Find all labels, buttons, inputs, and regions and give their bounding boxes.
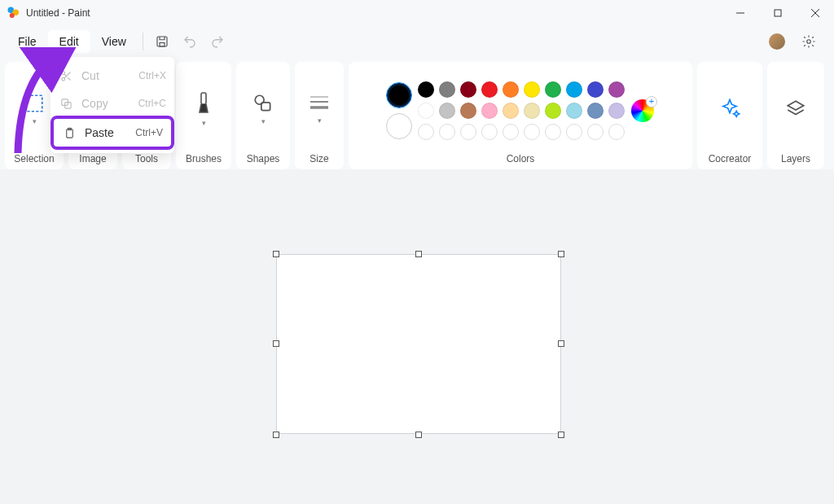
group-selection-label: Selection bbox=[14, 148, 54, 166]
stroke-size-icon bbox=[309, 94, 330, 113]
color-swatch-empty[interactable] bbox=[481, 124, 498, 140]
resize-handle[interactable] bbox=[558, 340, 564, 347]
menu-view[interactable]: View bbox=[90, 30, 138, 53]
color-swatch[interactable] bbox=[418, 103, 434, 119]
svg-point-9 bbox=[807, 40, 811, 44]
color-swatch[interactable] bbox=[418, 81, 434, 98]
color-1[interactable] bbox=[387, 83, 411, 107]
brush-icon bbox=[194, 91, 213, 116]
group-brushes: ▾ Brushes bbox=[176, 62, 231, 169]
group-shapes: ▾ Shapes bbox=[236, 62, 290, 169]
group-cocreator-label: Cocreator bbox=[709, 148, 752, 166]
group-size-label: Size bbox=[309, 148, 328, 166]
canvas[interactable] bbox=[276, 254, 561, 434]
svg-rect-16 bbox=[26, 95, 42, 112]
color-swatch[interactable] bbox=[587, 103, 604, 119]
brush-tool[interactable]: ▾ bbox=[187, 88, 220, 130]
resize-handle[interactable] bbox=[558, 432, 564, 438]
group-layers-label: Layers bbox=[781, 148, 810, 166]
color-swatch-empty[interactable] bbox=[503, 124, 519, 140]
color-swatch[interactable] bbox=[481, 103, 498, 119]
maximize-button[interactable] bbox=[759, 0, 797, 26]
svg-rect-4 bbox=[775, 10, 781, 16]
color-swatch[interactable] bbox=[545, 81, 561, 98]
save-button[interactable] bbox=[148, 28, 176, 55]
menu-divider bbox=[143, 33, 143, 50]
canvas-area bbox=[0, 169, 834, 504]
resize-handle[interactable] bbox=[273, 432, 279, 438]
menu-bar: File Edit View bbox=[0, 26, 834, 57]
undo-icon bbox=[182, 34, 197, 49]
color-swatch-empty[interactable] bbox=[439, 124, 455, 140]
menu-copy[interactable]: Copy Ctrl+C bbox=[50, 90, 174, 117]
resize-handle[interactable] bbox=[415, 432, 422, 438]
color-swatch[interactable] bbox=[566, 81, 582, 98]
save-icon bbox=[155, 34, 169, 49]
shapes-tool[interactable]: ▾ bbox=[246, 90, 280, 129]
chevron-down-icon: ▾ bbox=[202, 119, 206, 127]
menu-paste-label: Paste bbox=[85, 126, 127, 139]
window-title: Untitled - Paint bbox=[26, 7, 90, 19]
cocreator-button[interactable] bbox=[712, 94, 748, 124]
color-swatch[interactable] bbox=[524, 103, 540, 119]
color-swatch-empty[interactable] bbox=[418, 124, 434, 140]
chevron-down-icon: ▾ bbox=[33, 117, 37, 125]
user-avatar[interactable] bbox=[769, 33, 785, 50]
menu-paste-shortcut: Ctrl+V bbox=[135, 127, 163, 138]
color-swatch[interactable] bbox=[460, 103, 476, 119]
color-swatch[interactable] bbox=[481, 81, 498, 98]
color-swatch[interactable] bbox=[608, 103, 625, 119]
group-layers: Layers bbox=[767, 62, 824, 169]
minimize-button[interactable] bbox=[722, 0, 759, 26]
menu-file[interactable]: File bbox=[7, 30, 48, 53]
group-brushes-label: Brushes bbox=[186, 148, 222, 166]
resize-handle[interactable] bbox=[273, 340, 279, 347]
resize-handle[interactable] bbox=[273, 251, 279, 257]
svg-rect-8 bbox=[160, 43, 165, 47]
scissors-icon bbox=[59, 70, 73, 82]
group-cocreator: Cocreator bbox=[697, 62, 762, 169]
resize-handle[interactable] bbox=[558, 251, 564, 257]
menu-cut-shortcut: Ctrl+X bbox=[138, 70, 166, 81]
color-swatch[interactable] bbox=[439, 103, 455, 119]
color-swatch[interactable] bbox=[503, 81, 519, 98]
edit-dropdown: Cut Ctrl+X Copy Ctrl+C Paste Ctrl+V bbox=[50, 57, 174, 153]
color-swatch-empty[interactable] bbox=[587, 124, 604, 140]
color-2[interactable] bbox=[387, 114, 411, 138]
color-swatch[interactable] bbox=[587, 81, 604, 98]
undo-button[interactable] bbox=[176, 28, 204, 55]
settings-button[interactable] bbox=[795, 28, 823, 55]
menu-copy-label: Copy bbox=[81, 97, 130, 110]
color-swatch[interactable] bbox=[460, 81, 476, 98]
resize-handle[interactable] bbox=[415, 251, 422, 257]
menu-paste[interactable]: Paste Ctrl+V bbox=[54, 119, 171, 147]
redo-button[interactable] bbox=[204, 28, 231, 55]
color-swatch-empty[interactable] bbox=[608, 124, 625, 140]
color-swatch[interactable] bbox=[524, 81, 540, 98]
selection-tool[interactable]: ▾ bbox=[17, 90, 51, 129]
color-swatch-empty[interactable] bbox=[545, 124, 561, 140]
select-icon bbox=[24, 93, 45, 114]
group-size: ▾ Size bbox=[295, 62, 344, 169]
color-swatch[interactable] bbox=[608, 81, 625, 98]
svg-point-11 bbox=[61, 77, 64, 81]
size-tool[interactable]: ▾ bbox=[302, 90, 336, 128]
color-swatch[interactable] bbox=[566, 103, 582, 119]
color-swatch[interactable] bbox=[439, 81, 455, 98]
copy-icon bbox=[59, 98, 73, 110]
color-swatch[interactable] bbox=[503, 103, 519, 119]
layers-button[interactable] bbox=[779, 95, 813, 123]
clipboard-icon bbox=[62, 127, 77, 139]
edit-colors-button[interactable] bbox=[631, 99, 654, 122]
close-button[interactable] bbox=[797, 0, 834, 26]
color-swatch-empty[interactable] bbox=[566, 124, 582, 140]
color-swatch-empty[interactable] bbox=[524, 124, 540, 140]
menu-cut[interactable]: Cut Ctrl+X bbox=[50, 62, 174, 90]
color-swatch-empty[interactable] bbox=[460, 124, 476, 140]
shapes-icon bbox=[252, 93, 274, 114]
group-shapes-label: Shapes bbox=[247, 148, 280, 166]
svg-rect-17 bbox=[201, 93, 206, 104]
color-swatch[interactable] bbox=[545, 103, 561, 119]
svg-rect-7 bbox=[157, 37, 167, 46]
menu-edit[interactable]: Edit bbox=[48, 30, 90, 53]
